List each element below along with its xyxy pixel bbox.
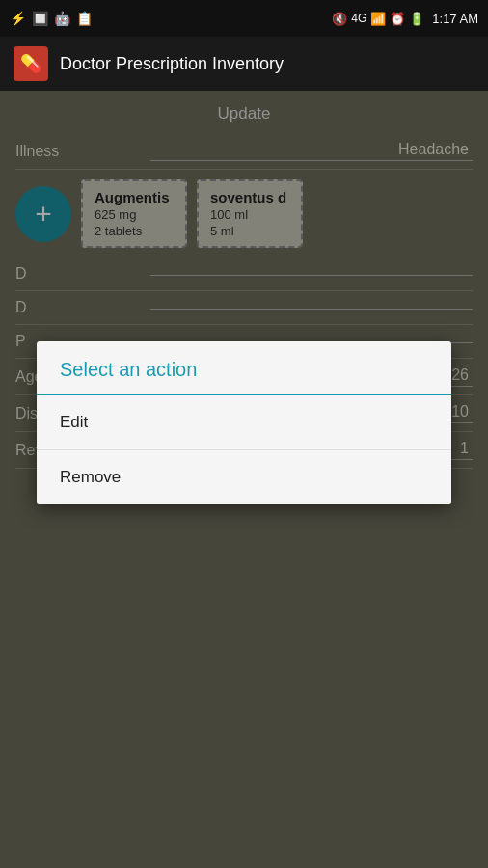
mute-icon: 🔇 (332, 12, 347, 26)
signal-icon: 📶 (370, 12, 386, 26)
logo-icon: 💊 (20, 53, 41, 74)
title-bar: 💊 Doctor Prescription Inventory (0, 37, 488, 91)
sim-icon: 🔲 (32, 11, 48, 26)
app-icon: 📋 (76, 11, 93, 26)
status-icons-left: ⚡ 🔲 🤖 📋 (10, 11, 93, 26)
usb-icon: ⚡ (10, 11, 26, 26)
dialog-edit-item[interactable]: Edit (37, 395, 451, 450)
remove-label: Remove (60, 468, 121, 486)
status-icons-right: 🔇 4G 📶 ⏰ 🔋 1:17 AM (332, 12, 478, 26)
dialog-title: Select an action (37, 341, 451, 395)
network-label: 4G (351, 12, 366, 25)
time-display: 1:17 AM (432, 12, 478, 26)
edit-label: Edit (60, 413, 88, 431)
main-content: Update Illness Headache + Augmentis 625 … (0, 91, 488, 868)
app-logo: 💊 (14, 46, 48, 81)
dialog-remove-item[interactable]: Remove (37, 450, 451, 504)
battery-icon: 🔋 (409, 12, 424, 26)
android-icon: 🤖 (54, 11, 70, 26)
action-dialog: Select an action Edit Remove (37, 341, 451, 504)
alarm-icon: ⏰ (390, 12, 405, 26)
page-title: Doctor Prescription Inventory (60, 54, 284, 74)
status-bar: ⚡ 🔲 🤖 📋 🔇 4G 📶 ⏰ 🔋 1:17 AM (0, 0, 488, 37)
